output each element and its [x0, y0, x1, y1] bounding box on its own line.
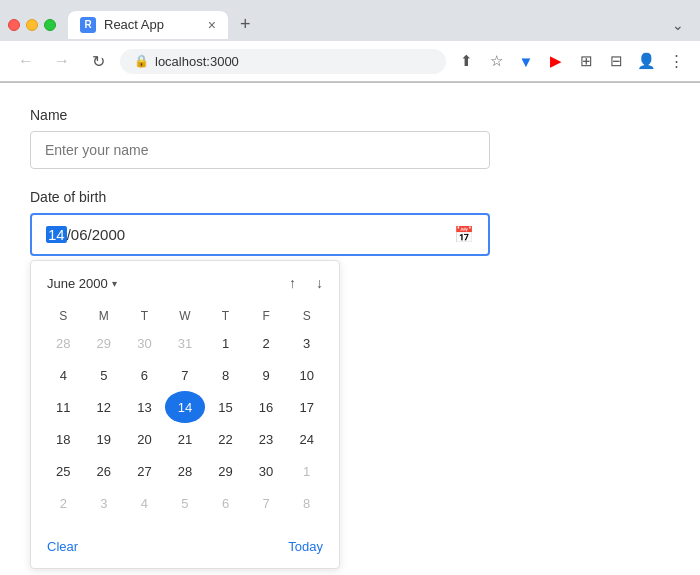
calendar-day[interactable]: 21: [165, 423, 206, 455]
calendar-day[interactable]: 1: [205, 327, 246, 359]
calendar-day[interactable]: 11: [43, 391, 84, 423]
calendar-day[interactable]: 13: [124, 391, 165, 423]
calendar-day[interactable]: 30: [124, 327, 165, 359]
calendar-day[interactable]: 12: [84, 391, 125, 423]
col-header-mon: M: [84, 305, 125, 327]
calendar-picker-icon: 📅: [454, 225, 474, 244]
calendar-day[interactable]: 9: [246, 359, 287, 391]
close-traffic-light[interactable]: [8, 19, 20, 31]
calendar-grid: S M T W T F S 28293031123456789101112131…: [43, 305, 327, 519]
share-icon[interactable]: ⬆: [454, 49, 478, 73]
tab-close-button[interactable]: ×: [208, 17, 216, 33]
calendar-day[interactable]: 1: [286, 455, 327, 487]
month-year-text: June 2000: [47, 276, 108, 291]
col-header-thu: T: [205, 305, 246, 327]
calendar-day[interactable]: 8: [286, 487, 327, 519]
calendar-day[interactable]: 7: [246, 487, 287, 519]
url-text: localhost:3000: [155, 54, 239, 69]
minimize-traffic-light[interactable]: [26, 19, 38, 31]
new-tab-button[interactable]: +: [232, 8, 259, 41]
calendar-day[interactable]: 31: [165, 327, 206, 359]
calendar-day[interactable]: 5: [165, 487, 206, 519]
calendar-day[interactable]: 8: [205, 359, 246, 391]
address-bar[interactable]: 🔒 localhost:3000: [120, 49, 446, 74]
calendar-day[interactable]: 25: [43, 455, 84, 487]
calendar-header-row: S M T W T F S: [43, 305, 327, 327]
calendar-day[interactable]: 6: [124, 359, 165, 391]
sidebar-icon[interactable]: ⊟: [604, 49, 628, 73]
calendar-day[interactable]: 30: [246, 455, 287, 487]
maximize-traffic-light[interactable]: [44, 19, 56, 31]
back-button[interactable]: ←: [12, 47, 40, 75]
menu-icon[interactable]: ⋮: [664, 49, 688, 73]
calendar-body: 2829303112345678910111213141516171819202…: [43, 327, 327, 519]
calendar-header: June 2000 ▾ ↑ ↓: [43, 273, 327, 293]
calendar-day[interactable]: 10: [286, 359, 327, 391]
name-input[interactable]: [30, 131, 490, 169]
date-rest: /06/2000: [67, 226, 125, 243]
date-input-wrapper: 14/06/2000 📅: [30, 213, 490, 256]
tab-overflow-button[interactable]: ⌄: [664, 13, 692, 37]
col-header-fri: F: [246, 305, 287, 327]
calendar-day[interactable]: 2: [43, 487, 84, 519]
calendar-day[interactable]: 16: [246, 391, 287, 423]
calendar-day[interactable]: 29: [205, 455, 246, 487]
calendar-day[interactable]: 28: [43, 327, 84, 359]
tab-favicon: R: [80, 17, 96, 33]
calendar-day[interactable]: 6: [205, 487, 246, 519]
tab-bar: R React App × + ⌄: [0, 0, 700, 41]
calendar-day[interactable]: 29: [84, 327, 125, 359]
calendar-day[interactable]: 18: [43, 423, 84, 455]
prev-month-button[interactable]: ↑: [285, 273, 300, 293]
reload-button[interactable]: ↻: [84, 47, 112, 75]
calendar-week-row: 2526272829301: [43, 455, 327, 487]
calendar-day[interactable]: 26: [84, 455, 125, 487]
tab-title: React App: [104, 17, 164, 32]
name-label: Name: [30, 107, 670, 123]
lock-icon: 🔒: [134, 54, 149, 68]
youtube-icon[interactable]: ▶: [544, 49, 568, 73]
calendar-week-row: 18192021222324: [43, 423, 327, 455]
calendar-week-row: 28293031123: [43, 327, 327, 359]
profile-icon[interactable]: 👤: [634, 49, 658, 73]
calendar-day[interactable]: 20: [124, 423, 165, 455]
traffic-lights: [8, 19, 56, 31]
calendar-day[interactable]: 7: [165, 359, 206, 391]
col-header-sat: S: [286, 305, 327, 327]
calendar-day[interactable]: 2: [246, 327, 287, 359]
calendar-day[interactable]: 27: [124, 455, 165, 487]
browser-chrome: R React App × + ⌄ ← → ↻ 🔒 localhost:3000…: [0, 0, 700, 83]
calendar-footer: Clear Today: [43, 529, 327, 556]
calendar-day[interactable]: 28: [165, 455, 206, 487]
active-tab[interactable]: R React App ×: [68, 11, 228, 39]
calendar-day[interactable]: 4: [43, 359, 84, 391]
calendar-week-row: 11121314151617: [43, 391, 327, 423]
calendar-day[interactable]: 4: [124, 487, 165, 519]
calendar-day[interactable]: 22: [205, 423, 246, 455]
calendar-day[interactable]: 14: [165, 391, 206, 423]
col-header-sun: S: [43, 305, 84, 327]
calendar-day[interactable]: 24: [286, 423, 327, 455]
col-header-tue: T: [124, 305, 165, 327]
calendar-day[interactable]: 15: [205, 391, 246, 423]
arrow-up-icon: ↑: [289, 275, 296, 291]
calendar-day[interactable]: 3: [84, 487, 125, 519]
calendar-day[interactable]: 23: [246, 423, 287, 455]
calendar-day[interactable]: 17: [286, 391, 327, 423]
calendar-day[interactable]: 5: [84, 359, 125, 391]
extension-v-icon[interactable]: ▼: [514, 49, 538, 73]
next-month-button[interactable]: ↓: [312, 273, 327, 293]
today-button[interactable]: Today: [284, 537, 327, 556]
calendar-week-row: 2345678: [43, 487, 327, 519]
puzzle-icon[interactable]: ⊞: [574, 49, 598, 73]
calendar-day[interactable]: 19: [84, 423, 125, 455]
forward-button[interactable]: →: [48, 47, 76, 75]
clear-button[interactable]: Clear: [43, 537, 82, 556]
date-highlighted-day: 14: [46, 226, 67, 243]
star-icon[interactable]: ☆: [484, 49, 508, 73]
chevron-down-icon: ▾: [112, 278, 117, 289]
month-year-button[interactable]: June 2000 ▾: [43, 274, 121, 293]
col-header-wed: W: [165, 305, 206, 327]
calendar-day[interactable]: 3: [286, 327, 327, 359]
date-input[interactable]: 14/06/2000 📅: [30, 213, 490, 256]
